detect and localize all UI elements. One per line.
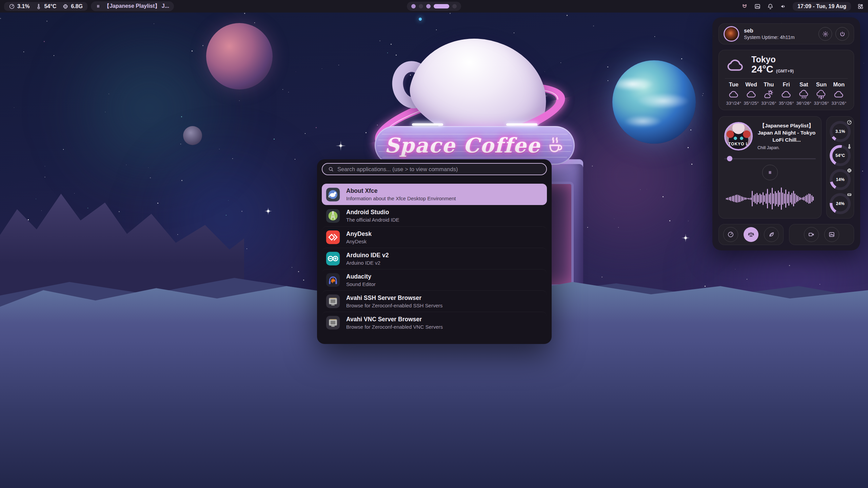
android-studio-icon	[325, 208, 341, 224]
launcher-app-item[interactable]: Android Studio The official Android IDE	[322, 205, 547, 226]
thermometer-icon	[36, 3, 42, 9]
forecast-day: Wed 35°/25°	[743, 81, 760, 106]
workspace-dot-occupied[interactable]	[426, 4, 431, 8]
picture-button[interactable]	[824, 227, 839, 242]
launcher-app-item[interactable]: Arduino IDE v2 Arduino IDE v2	[322, 248, 547, 269]
media-pill-label: 【Japanese Playlist】 J...	[104, 3, 169, 10]
forecast-day-label: Tue	[729, 81, 738, 88]
system-gauge: 54°C	[830, 145, 851, 166]
quick-settings-left	[718, 224, 784, 245]
forecast-day: Sat 36°/26°	[795, 81, 813, 106]
workspace-dot-empty[interactable]	[452, 4, 457, 8]
settings-button[interactable]	[818, 27, 832, 41]
clock[interactable]: 17:09 - Tue, 19 Aug	[793, 2, 851, 11]
launcher-app-item[interactable]: About Xfce Information about the Xfce De…	[322, 184, 547, 205]
app-description: AnyDesk	[346, 239, 372, 244]
gear-icon	[822, 31, 829, 37]
track-progress-slider[interactable]	[724, 156, 816, 161]
rain-cloud-icon	[798, 89, 810, 99]
system-gauges-card: 3.1% 54°C 14% 24%	[826, 116, 854, 219]
power-icon	[839, 31, 846, 37]
cloud-icon	[781, 89, 792, 99]
forecast-day: Thu 33°/26°	[760, 81, 777, 106]
gauge-button[interactable]	[723, 227, 738, 242]
weather-temperature: 24°C	[751, 64, 773, 75]
forecast-day: Sun 33°/26°	[813, 81, 830, 106]
media-pill[interactable]: 【Japanese Playlist】 J...	[91, 1, 174, 11]
arduino-icon	[325, 251, 341, 266]
user-name: seb	[744, 28, 795, 34]
audacity-icon	[325, 272, 341, 288]
app-description: The official Android IDE	[346, 217, 399, 223]
top-panel: 3.1% 54°C 6.8G 【Japanese Playlist】 J... …	[0, 0, 868, 13]
workspace-indicator[interactable]	[407, 2, 461, 11]
launcher-app-item[interactable]: Audacity Sound Editor	[322, 269, 547, 290]
forecast-temps: 33°/26°	[831, 101, 847, 106]
launcher-app-item[interactable]: AnyDesk AnyDesk	[322, 226, 547, 248]
track-subtitle: Chill Japan.	[757, 145, 816, 150]
app-grid-icon[interactable]	[857, 3, 864, 10]
leaf-button[interactable]	[764, 227, 779, 242]
music-player-card: TOKYO L 【Japanese Playlist】 Japan All Ni…	[718, 116, 822, 219]
network-icon	[325, 293, 341, 309]
search-bar[interactable]	[322, 163, 547, 175]
system-stats-pill[interactable]: 3.1% 54°C 6.8G	[4, 2, 87, 11]
pet-icon[interactable]	[741, 3, 748, 10]
memory-value: 6.8G	[71, 3, 83, 9]
app-title: Avahi VNC Server Browser	[346, 316, 443, 323]
camera-button[interactable]	[804, 227, 819, 242]
app-description: Sound Editor	[346, 281, 376, 287]
cpu-value: 3.1%	[17, 3, 29, 9]
app-launcher: About Xfce Information about the Xfce De…	[317, 159, 552, 344]
notifications-bell-icon[interactable]	[767, 3, 774, 10]
app-title: Avahi SSH Server Browser	[346, 294, 442, 302]
forecast-day-label: Thu	[764, 81, 774, 88]
workspace-dot-active[interactable]	[434, 4, 449, 8]
forecast-temps: 35°/25°	[744, 101, 759, 106]
scales-icon	[748, 231, 754, 238]
launcher-app-item[interactable]: Avahi SSH Server Browser Browse for Zero…	[322, 290, 547, 312]
forecast-temps: 33°/26°	[761, 101, 776, 106]
app-title: AnyDesk	[346, 230, 372, 238]
app-title: Audacity	[346, 273, 376, 280]
weather-forecast: Tue 33°/24° Wed 35°/25° Thu 33°/26° Fri …	[725, 81, 848, 106]
disk-icon	[847, 192, 852, 197]
earth-planet	[612, 60, 696, 144]
storm-cloud-icon	[815, 89, 827, 99]
cpu-stat: 3.1%	[9, 3, 29, 9]
search-icon	[328, 166, 334, 172]
launcher-app-item[interactable]: Avahi VNC Server Browser Browse for Zero…	[322, 312, 547, 333]
scales-button[interactable]	[744, 227, 758, 242]
progress-thumb[interactable]	[727, 156, 732, 161]
chip-icon	[847, 168, 852, 173]
quick-settings-right	[789, 224, 854, 245]
workspace-dot-occupied[interactable]	[411, 4, 416, 8]
volume-icon[interactable]	[780, 3, 787, 10]
wallpaper-icon[interactable]	[754, 3, 761, 10]
control-center-panel: seb System Uptime: 4h11m Tokyo 24°C (GMT…	[712, 17, 860, 250]
forecast-day-label: Sat	[800, 81, 808, 88]
small-moon	[183, 126, 202, 145]
thermometer-icon	[847, 144, 852, 149]
workspace-dot-empty[interactable]	[419, 4, 423, 8]
forecast-day: Fri 35°/26°	[777, 81, 795, 106]
coffee-cup-icon	[545, 136, 565, 155]
play-pause-button[interactable]	[762, 165, 778, 180]
app-description: Browse for Zeroconf-enabled SSH Servers	[346, 303, 442, 308]
avatar	[724, 26, 739, 42]
leaf-icon	[768, 231, 775, 238]
network-icon	[325, 315, 341, 330]
album-art-caption: TOKYO L	[726, 142, 751, 146]
camera-icon	[808, 231, 815, 238]
power-button[interactable]	[835, 27, 849, 41]
app-title: About Xfce	[346, 187, 456, 195]
chip-icon	[62, 3, 68, 9]
weather-card: Tokyo 24°C (GMT+9) Tue 33°/24° Wed 35°/2…	[718, 50, 854, 110]
forecast-day-label: Wed	[745, 81, 757, 88]
memory-stat: 6.8G	[62, 3, 83, 9]
forecast-day-label: Fri	[783, 81, 790, 88]
system-gauge: 24%	[830, 193, 851, 214]
search-input[interactable]	[337, 166, 541, 172]
forecast-temps: 33°/26°	[814, 101, 829, 106]
pause-icon	[96, 4, 101, 9]
